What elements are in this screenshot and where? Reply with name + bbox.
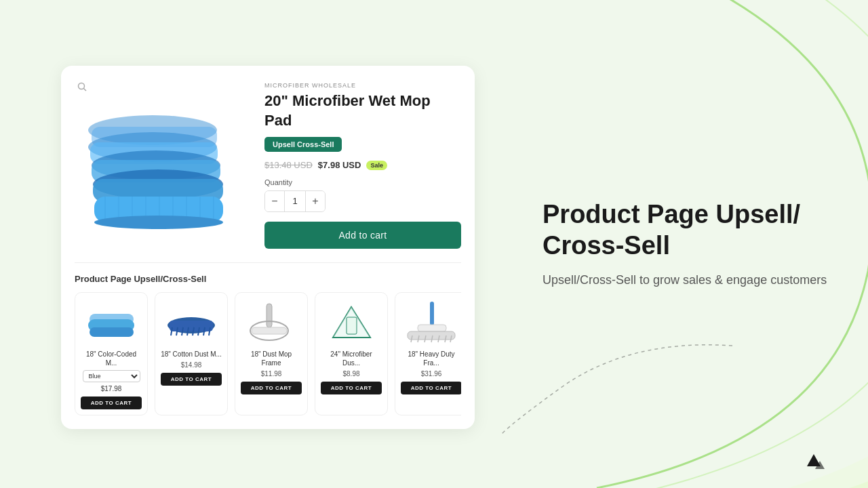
upsell-product-image [164,298,218,346]
upsell-add-to-cart-button[interactable]: ADD TO CART [321,382,382,394]
price-row: $13.48 USD $7.98 USD Sale [264,160,461,170]
quantity-control: − 1 + [264,190,326,212]
list-item: 18" Cotton Dust M... $14.98 ADD TO CART [155,292,228,415]
svg-point-0 [79,83,85,89]
svg-rect-40 [347,317,357,334]
quantity-decrease-button[interactable]: − [265,191,284,211]
product-info: MICROFIBER WHOLESALE 20" Microfiber Wet … [264,79,461,249]
svg-rect-34 [267,304,272,327]
svg-rect-41 [430,302,434,325]
add-to-cart-main-button[interactable]: Add to cart [264,222,461,249]
upsell-product-image [404,298,458,346]
upsell-add-to-cart-button[interactable]: ADD TO CART [81,396,142,409]
upsell-add-to-cart-button[interactable]: ADD TO CART [241,382,302,394]
sale-price: $7.98 USD [318,160,361,170]
upsell-product-name: 18" Cotton Dust M... [161,350,222,359]
upsell-product-image [324,298,378,346]
upsell-product-price: $11.98 [261,370,282,378]
list-item: 18" Dust Mop Frame $11.98 ADD TO CART [235,292,308,415]
upsell-product-price: $17.98 [101,385,122,392]
upsell-product-price: $14.98 [181,361,202,369]
product-top-section: MICROFIBER WHOLESALE 20" Microfiber Wet … [75,79,461,263]
product-title: 20" Microfiber Wet Mop Pad [264,92,461,130]
list-item: 18" Color-Coded M... Blue Green Red $17.… [75,292,148,415]
product-image-area [75,79,251,249]
svg-rect-25 [170,321,213,331]
product-card: MICROFIBER WHOLESALE 20" Microfiber Wet … [61,66,475,429]
svg-point-20 [94,216,223,229]
arrow-icon [800,445,827,474]
upsell-grid: 18" Color-Coded M... Blue Green Red $17.… [75,292,461,415]
upsell-product-image [84,298,138,346]
list-item: 24" Microfiber Dus... $8.98 ADD TO CART [315,292,388,415]
svg-rect-42 [418,325,446,331]
upsell-add-to-cart-button[interactable]: ADD TO CART [401,382,461,394]
upsell-badge: Upsell Cross-Sell [264,137,342,152]
brand-label: MICROFIBER WHOLESALE [264,82,461,89]
product-image [75,79,251,249]
quantity-value: 1 [284,191,306,211]
left-panel: MICROFIBER WHOLESALE 20" Microfiber Wet … [61,66,475,429]
upsell-product-image [244,298,298,346]
zoom-icon[interactable] [77,82,87,94]
upsell-section: Product Page Upsell/Cross-Sell 18" Color… [75,274,461,415]
upsell-section-label: Product Page Upsell/Cross-Sell [75,274,461,284]
right-panel-title: Product Page Upsell/ Cross-Sell [542,199,827,261]
quantity-increase-button[interactable]: + [306,191,325,211]
upsell-product-name: 18" Dust Mop Frame [241,350,302,367]
svg-line-1 [84,88,87,91]
svg-rect-43 [408,331,455,340]
right-panel: Product Page Upsell/ Cross-Sell Upsell/C… [542,199,827,289]
upsell-color-select[interactable]: Blue Green Red [83,370,140,382]
quantity-label: Quantity [264,178,461,186]
svg-rect-36 [252,327,287,334]
upsell-product-name: 24" Microfiber Dus... [321,350,382,367]
upsell-product-price: $31.96 [421,370,442,378]
svg-rect-23 [90,327,134,337]
upsell-product-name: 18" Color-Coded M... [81,350,142,367]
right-panel-subtitle: Upsell/Cross-Sell to grow sales & engage… [542,272,827,289]
upsell-add-to-cart-button[interactable]: ADD TO CART [161,373,222,386]
upsell-product-price: $8.98 [342,370,359,378]
original-price: $13.48 USD [264,160,313,170]
list-item: 18" Heavy Duty Fra... $31.96 ADD TO CART [395,292,461,415]
upsell-product-name: 18" Heavy Duty Fra... [401,350,461,367]
sale-tag: Sale [366,161,387,170]
